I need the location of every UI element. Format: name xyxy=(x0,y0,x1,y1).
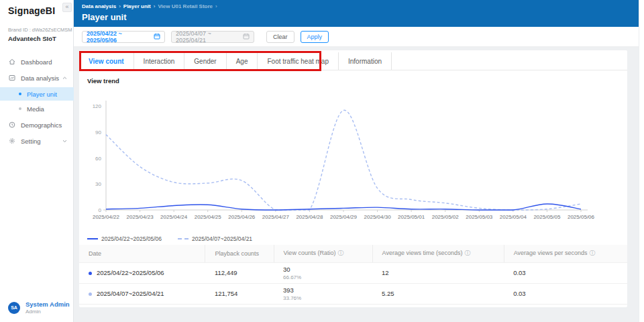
bullet-icon xyxy=(19,93,21,95)
tab-view-count[interactable]: View count xyxy=(79,52,134,70)
y-axis-label: 120 xyxy=(93,103,102,109)
gear-icon xyxy=(8,138,15,145)
cell-views: 3066.67% xyxy=(274,262,372,283)
sidebar-item-media[interactable]: Media xyxy=(0,102,74,115)
x-axis-label: 2025/05/03 xyxy=(466,214,493,220)
user-account[interactable]: SA System Admin Admin xyxy=(8,301,70,315)
sidebar: SignageBI « Brand ID : dWa26ZsECMSM Adva… xyxy=(0,0,74,322)
col-date: Date xyxy=(79,245,205,262)
legend-item-previous[interactable]: 2025/04/07~2025/04/21 xyxy=(178,235,252,242)
series-line-1 xyxy=(106,110,581,210)
chart-panel-icon xyxy=(8,74,15,82)
y-axis-label: 30 xyxy=(95,181,101,187)
breadcrumb-item[interactable]: Data analysis xyxy=(82,3,116,9)
sidebar-item-data-analysis[interactable]: Data analysis xyxy=(0,71,74,85)
bullet-icon xyxy=(19,107,21,110)
tab-information[interactable]: Information xyxy=(339,52,392,70)
x-axis-label: 2025/04/23 xyxy=(127,214,154,220)
tab-bar: View count Interaction Gender Age Foot t… xyxy=(79,52,627,70)
cell-date: 2025/04/22~2025/05/06 xyxy=(79,262,205,283)
summary-table: Date Playback counts View counts (Ratio)… xyxy=(79,245,627,305)
brand-name: Advantech SIoT xyxy=(8,35,72,42)
legend-label: 2025/04/07~2025/04/21 xyxy=(192,235,252,242)
y-axis-label: 60 xyxy=(95,156,101,162)
content-card: View count Interaction Gender Age Foot t… xyxy=(79,50,627,307)
cell-avg-time: 5.25 xyxy=(372,283,504,304)
col-average-views-per-seconds: Average views per secondsⓘ xyxy=(504,245,627,262)
table-row: 2025/04/07~2025/04/21 121,754 39333.76% … xyxy=(79,283,627,304)
col-average-views-time: Average views time (seconds)ⓘ xyxy=(372,245,504,262)
sidebar-collapse-icon[interactable]: « xyxy=(62,3,72,12)
tab-age[interactable]: Age xyxy=(227,52,258,70)
filter-bar: 2025/04/22 ~ 2025/05/06 2025/04/07 ~ 202… xyxy=(74,27,639,47)
cell-playback: 112,449 xyxy=(205,262,274,283)
breadcrumb-separator: › xyxy=(215,3,217,9)
calendar-icon xyxy=(243,33,250,41)
breadcrumb-item-current[interactable]: View U01 Retail Store xyxy=(158,3,213,9)
date-range-input-primary[interactable]: 2025/04/22 ~ 2025/05/06 xyxy=(82,31,165,43)
sidebar-item-label: Demographics xyxy=(21,121,62,129)
info-icon[interactable]: ⓘ xyxy=(337,250,343,256)
x-axis-label: 2025/05/01 xyxy=(398,214,425,220)
y-axis-label: 90 xyxy=(95,129,101,136)
demographics-clock-icon xyxy=(8,121,15,129)
chevron-down-icon xyxy=(62,139,67,144)
page-title: Player unit xyxy=(82,12,631,22)
x-axis-label: 2025/04/22 xyxy=(93,214,120,220)
series-line-0 xyxy=(106,204,581,210)
cell-date: 2025/04/07~2025/04/21 xyxy=(79,283,205,304)
user-name: System Admin xyxy=(25,301,70,308)
date-range-value: 2025/04/07 ~ 2025/04/21 xyxy=(176,30,243,44)
cell-playback: 121,754 xyxy=(205,283,274,304)
x-axis-label: 2025/04/28 xyxy=(296,214,323,220)
clear-button[interactable]: Clear xyxy=(266,31,294,43)
y-axis-label: 0 xyxy=(99,207,102,213)
x-axis-label: 2025/05/06 xyxy=(568,214,595,220)
tab-gender[interactable]: Gender xyxy=(184,52,226,70)
sidebar-item-label: Dashboard xyxy=(21,58,52,66)
app-window: SignageBI « Brand ID : dWa26ZsECMSM Adva… xyxy=(0,0,644,322)
home-icon xyxy=(8,58,15,66)
x-axis-label: 2025/04/29 xyxy=(330,214,358,220)
sidebar-item-demographics[interactable]: Demographics xyxy=(0,118,74,131)
date-range-input-compare[interactable]: 2025/04/07 ~ 2025/04/21 xyxy=(171,31,254,43)
sidebar-item-setting[interactable]: Setting xyxy=(0,134,74,148)
sidebar-item-label: Media xyxy=(27,105,44,113)
date-range-value: 2025/04/22 ~ 2025/05/06 xyxy=(87,30,154,44)
sidebar-item-dashboard[interactable]: Dashboard xyxy=(0,55,74,68)
breadcrumb: Data analysis›Player unit›View U01 Retai… xyxy=(82,3,631,9)
x-axis-label: 2025/04/26 xyxy=(228,214,256,220)
app-logo: SignageBI xyxy=(8,5,55,16)
x-axis-label: 2025/04/24 xyxy=(160,214,188,220)
view-trend-chart: 03060901202025/04/222025/04/232025/04/24… xyxy=(85,80,621,225)
sidebar-item-player-unit[interactable]: Player unit xyxy=(0,87,74,101)
table-header-row: Date Playback counts View counts (Ratio)… xyxy=(79,245,627,262)
tab-foot-traffic-heat-map[interactable]: Foot traffic heat map xyxy=(258,52,339,70)
dashed-line-icon xyxy=(178,238,189,239)
x-axis-label: 2025/04/25 xyxy=(195,214,222,220)
series-dot-icon xyxy=(89,292,92,296)
breadcrumb-item[interactable]: Player unit xyxy=(123,3,151,9)
info-icon[interactable]: ⓘ xyxy=(590,250,596,256)
sidebar-item-label: Player unit xyxy=(27,91,57,98)
sidebar-item-label: Data analysis xyxy=(21,74,59,82)
x-axis-label: 2025/05/05 xyxy=(533,214,561,220)
info-icon[interactable]: ⓘ xyxy=(464,250,470,256)
series-dot-icon xyxy=(89,272,92,275)
x-axis-label: 2025/05/04 xyxy=(500,214,527,220)
table-row: 2025/04/22~2025/05/06 112,449 3066.67% 1… xyxy=(79,262,627,283)
apply-button[interactable]: Apply xyxy=(301,31,329,43)
col-view-counts: View counts (Ratio)ⓘ xyxy=(274,245,372,262)
cell-avg-per-sec: 0.03 xyxy=(504,283,627,304)
tab-interaction[interactable]: Interaction xyxy=(134,52,185,70)
col-playback-counts: Playback counts xyxy=(205,245,274,262)
chart-canvas: 03060901202025/04/222025/04/232025/04/24… xyxy=(85,80,621,225)
scrollbar-track[interactable] xyxy=(639,0,644,322)
sidebar-item-label: Setting xyxy=(21,138,41,145)
solid-line-icon xyxy=(87,238,98,239)
chevron-up-icon xyxy=(62,76,67,80)
calendar-icon xyxy=(154,33,160,41)
legend-item-current[interactable]: 2025/04/22~2025/05/06 xyxy=(87,235,162,242)
chart-legend: 2025/04/22~2025/05/06 2025/04/07~2025/04… xyxy=(87,235,268,242)
user-role: Admin xyxy=(25,309,70,315)
